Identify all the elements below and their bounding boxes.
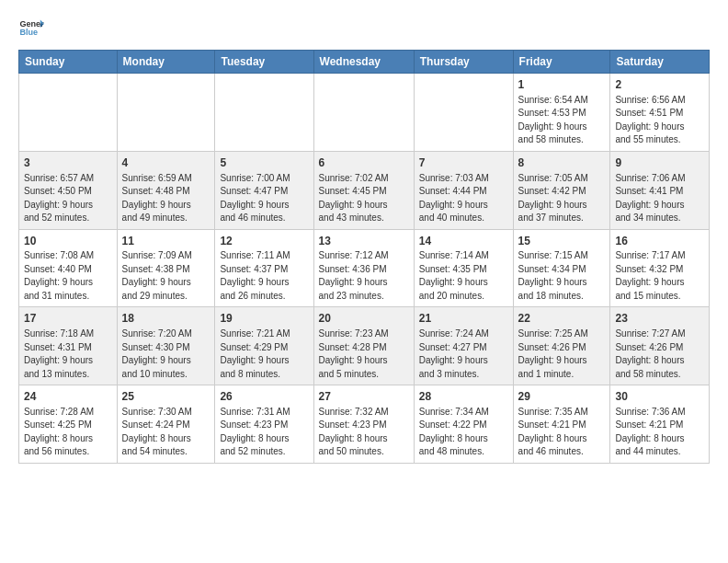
- day-info: Sunrise: 7:08 AM Sunset: 4:40 PM Dayligh…: [24, 249, 112, 303]
- day-number: 3: [24, 155, 112, 171]
- calendar-week-4: 24Sunrise: 7:28 AM Sunset: 4:25 PM Dayli…: [19, 385, 710, 464]
- calendar-cell: 15Sunrise: 7:15 AM Sunset: 4:34 PM Dayli…: [513, 229, 610, 307]
- calendar-cell: 26Sunrise: 7:31 AM Sunset: 4:23 PM Dayli…: [215, 385, 313, 464]
- calendar-cell: 19Sunrise: 7:21 AM Sunset: 4:29 PM Dayli…: [215, 307, 313, 385]
- day-info: Sunrise: 7:30 AM Sunset: 4:24 PM Dayligh…: [122, 406, 210, 459]
- day-number: 2: [615, 77, 704, 93]
- calendar-cell: [414, 74, 513, 152]
- day-number: 26: [220, 389, 308, 405]
- calendar-cell: 14Sunrise: 7:14 AM Sunset: 4:35 PM Dayli…: [414, 229, 513, 307]
- calendar-cell: 10Sunrise: 7:08 AM Sunset: 4:40 PM Dayli…: [19, 229, 118, 307]
- calendar-cell: 1Sunrise: 6:54 AM Sunset: 4:53 PM Daylig…: [513, 74, 610, 152]
- calendar-cell: 5Sunrise: 7:00 AM Sunset: 4:47 PM Daylig…: [215, 151, 313, 229]
- day-number: 21: [419, 311, 508, 327]
- day-number: 27: [319, 389, 409, 405]
- day-number: 25: [122, 389, 210, 405]
- day-info: Sunrise: 7:15 AM Sunset: 4:34 PM Dayligh…: [518, 249, 606, 303]
- day-info: Sunrise: 7:18 AM Sunset: 4:31 PM Dayligh…: [24, 327, 112, 381]
- day-number: 19: [220, 311, 308, 327]
- day-info: Sunrise: 6:57 AM Sunset: 4:50 PM Dayligh…: [24, 172, 112, 225]
- calendar-cell: 23Sunrise: 7:27 AM Sunset: 4:26 PM Dayli…: [610, 307, 710, 385]
- calendar-header-thursday: Thursday: [414, 51, 513, 74]
- calendar-week-3: 17Sunrise: 7:18 AM Sunset: 4:31 PM Dayli…: [19, 307, 710, 385]
- day-info: Sunrise: 7:32 AM Sunset: 4:23 PM Dayligh…: [319, 406, 409, 459]
- calendar-cell: 11Sunrise: 7:09 AM Sunset: 4:38 PM Dayli…: [117, 229, 215, 307]
- calendar-cell: 12Sunrise: 7:11 AM Sunset: 4:37 PM Dayli…: [215, 229, 313, 307]
- calendar-cell: 28Sunrise: 7:34 AM Sunset: 4:22 PM Dayli…: [414, 385, 513, 464]
- day-info: Sunrise: 7:02 AM Sunset: 4:45 PM Dayligh…: [319, 172, 409, 225]
- calendar-cell: 21Sunrise: 7:24 AM Sunset: 4:27 PM Dayli…: [414, 307, 513, 385]
- day-info: Sunrise: 7:09 AM Sunset: 4:38 PM Dayligh…: [122, 249, 210, 303]
- day-number: 16: [615, 234, 704, 249]
- day-info: Sunrise: 7:27 AM Sunset: 4:26 PM Dayligh…: [615, 327, 704, 381]
- calendar-header-saturday: Saturday: [610, 51, 710, 74]
- calendar-cell: 8Sunrise: 7:05 AM Sunset: 4:42 PM Daylig…: [513, 151, 610, 229]
- day-info: Sunrise: 6:54 AM Sunset: 4:53 PM Dayligh…: [518, 94, 606, 147]
- calendar-cell: 20Sunrise: 7:23 AM Sunset: 4:28 PM Dayli…: [313, 307, 414, 385]
- calendar-header-tuesday: Tuesday: [215, 51, 313, 74]
- calendar-cell: [313, 74, 414, 152]
- calendar-cell: 29Sunrise: 7:35 AM Sunset: 4:21 PM Dayli…: [513, 385, 610, 464]
- day-info: Sunrise: 7:35 AM Sunset: 4:21 PM Dayligh…: [518, 406, 606, 459]
- calendar-cell: 30Sunrise: 7:36 AM Sunset: 4:21 PM Dayli…: [610, 385, 710, 464]
- calendar-cell: 27Sunrise: 7:32 AM Sunset: 4:23 PM Dayli…: [313, 385, 414, 464]
- calendar-cell: 25Sunrise: 7:30 AM Sunset: 4:24 PM Dayli…: [117, 385, 215, 464]
- day-info: Sunrise: 7:17 AM Sunset: 4:32 PM Dayligh…: [615, 249, 704, 303]
- day-number: 13: [319, 234, 409, 249]
- calendar-cell: 13Sunrise: 7:12 AM Sunset: 4:36 PM Dayli…: [313, 229, 414, 307]
- calendar-cell: [117, 74, 215, 152]
- calendar-week-1: 3Sunrise: 6:57 AM Sunset: 4:50 PM Daylig…: [19, 151, 710, 229]
- day-number: 14: [419, 234, 508, 249]
- calendar-week-2: 10Sunrise: 7:08 AM Sunset: 4:40 PM Dayli…: [19, 229, 710, 307]
- day-info: Sunrise: 7:34 AM Sunset: 4:22 PM Dayligh…: [419, 406, 508, 459]
- day-number: 15: [518, 234, 606, 249]
- calendar-cell: 2Sunrise: 6:56 AM Sunset: 4:51 PM Daylig…: [610, 74, 710, 152]
- calendar-cell: 3Sunrise: 6:57 AM Sunset: 4:50 PM Daylig…: [19, 151, 118, 229]
- logo-icon: General Blue: [18, 15, 44, 40]
- day-info: Sunrise: 7:06 AM Sunset: 4:41 PM Dayligh…: [615, 172, 704, 225]
- calendar-cell: 18Sunrise: 7:20 AM Sunset: 4:30 PM Dayli…: [117, 307, 215, 385]
- calendar-cell: 9Sunrise: 7:06 AM Sunset: 4:41 PM Daylig…: [610, 151, 710, 229]
- day-info: Sunrise: 7:12 AM Sunset: 4:36 PM Dayligh…: [319, 249, 409, 303]
- day-number: 22: [518, 311, 606, 327]
- day-number: 9: [615, 155, 704, 171]
- calendar-cell: [215, 74, 313, 152]
- day-info: Sunrise: 7:11 AM Sunset: 4:37 PM Dayligh…: [220, 249, 308, 303]
- day-number: 12: [220, 234, 308, 249]
- header: General Blue: [18, 15, 710, 40]
- calendar-header-monday: Monday: [117, 51, 215, 74]
- day-number: 6: [319, 155, 409, 171]
- day-number: 18: [122, 311, 210, 327]
- day-info: Sunrise: 7:21 AM Sunset: 4:29 PM Dayligh…: [220, 327, 308, 381]
- calendar-header-friday: Friday: [513, 51, 610, 74]
- day-info: Sunrise: 6:59 AM Sunset: 4:48 PM Dayligh…: [122, 172, 210, 225]
- day-info: Sunrise: 7:24 AM Sunset: 4:27 PM Dayligh…: [419, 327, 508, 381]
- calendar-header-wednesday: Wednesday: [313, 51, 414, 74]
- day-info: Sunrise: 7:03 AM Sunset: 4:44 PM Dayligh…: [419, 172, 508, 225]
- day-info: Sunrise: 7:25 AM Sunset: 4:26 PM Dayligh…: [518, 327, 606, 381]
- logo: General Blue: [18, 15, 44, 40]
- calendar-cell: 17Sunrise: 7:18 AM Sunset: 4:31 PM Dayli…: [19, 307, 118, 385]
- day-info: Sunrise: 7:23 AM Sunset: 4:28 PM Dayligh…: [319, 327, 409, 381]
- calendar-cell: 22Sunrise: 7:25 AM Sunset: 4:26 PM Dayli…: [513, 307, 610, 385]
- calendar-cell: 16Sunrise: 7:17 AM Sunset: 4:32 PM Dayli…: [610, 229, 710, 307]
- day-number: 17: [24, 311, 112, 327]
- calendar-cell: [19, 74, 118, 152]
- day-info: Sunrise: 7:36 AM Sunset: 4:21 PM Dayligh…: [615, 406, 704, 459]
- day-number: 24: [24, 389, 112, 405]
- day-number: 20: [319, 311, 409, 327]
- page-container: General Blue SundayMondayTuesdayWednesda…: [0, 0, 728, 473]
- day-info: Sunrise: 7:20 AM Sunset: 4:30 PM Dayligh…: [122, 327, 210, 381]
- day-info: Sunrise: 7:28 AM Sunset: 4:25 PM Dayligh…: [24, 406, 112, 459]
- day-number: 30: [615, 389, 704, 405]
- day-number: 10: [24, 234, 112, 249]
- day-info: Sunrise: 7:05 AM Sunset: 4:42 PM Dayligh…: [518, 172, 606, 225]
- svg-text:Blue: Blue: [19, 28, 38, 37]
- calendar-week-0: 1Sunrise: 6:54 AM Sunset: 4:53 PM Daylig…: [19, 74, 710, 152]
- calendar-cell: 4Sunrise: 6:59 AM Sunset: 4:48 PM Daylig…: [117, 151, 215, 229]
- calendar-cell: 24Sunrise: 7:28 AM Sunset: 4:25 PM Dayli…: [19, 385, 118, 464]
- day-number: 7: [419, 155, 508, 171]
- day-number: 1: [518, 77, 606, 93]
- day-number: 5: [220, 155, 308, 171]
- calendar-header-sunday: Sunday: [19, 51, 118, 74]
